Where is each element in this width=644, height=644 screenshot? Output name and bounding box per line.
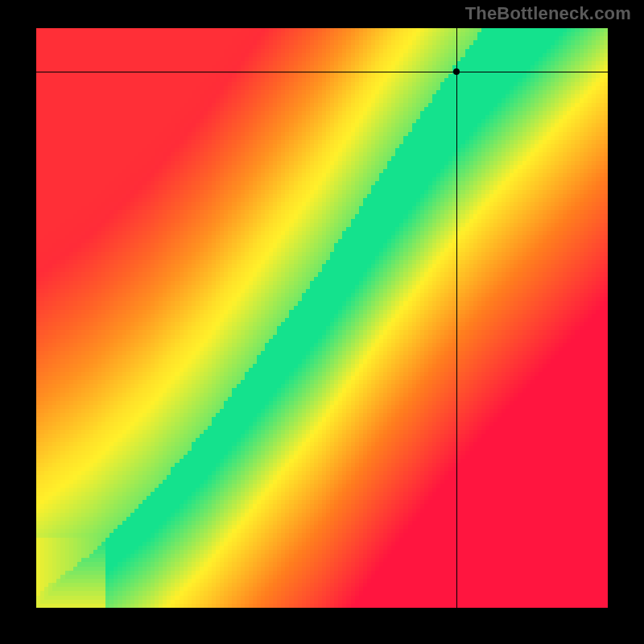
heatmap-plot [36, 28, 608, 608]
crosshair-horizontal [36, 72, 608, 72]
selection-marker [453, 68, 460, 75]
watermark-text: TheBottleneck.com [465, 3, 631, 24]
chart-frame: TheBottleneck.com [0, 0, 644, 644]
heatmap-canvas [36, 28, 608, 608]
crosshair-vertical [456, 28, 457, 608]
